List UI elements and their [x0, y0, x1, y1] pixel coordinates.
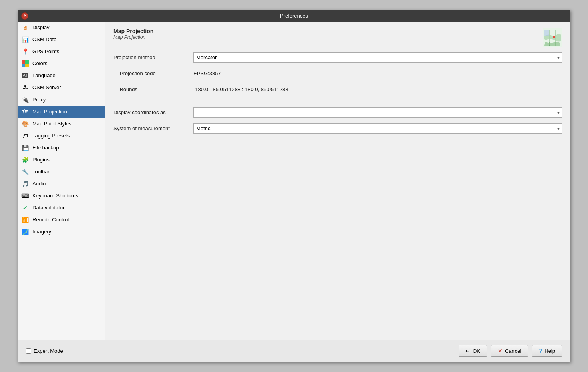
plugins-icon: 🧩 — [21, 156, 29, 164]
bottom-bar: Expert Mode ↵ OK ✕ Cancel ? Help — [18, 340, 570, 362]
main-panel: Map Projection Map Projection — [105, 22, 570, 340]
sidebar-item-map-projection[interactable]: 🗺 Map Projection — [18, 106, 105, 118]
close-button[interactable]: ✕ — [21, 12, 28, 20]
content-area: 🖥 Display 📊 OSM Data 📍 GPS Points — [18, 22, 570, 340]
bounds-label: Bounds — [113, 86, 193, 92]
sidebar-item-osm-server-label: OSM Server — [32, 84, 61, 90]
map-projection-icon: 🗺 — [21, 108, 29, 116]
separator — [113, 101, 562, 101]
file-backup-icon: 💾 — [21, 144, 29, 152]
sidebar-item-keyboard-shortcuts[interactable]: ⌨ Keyboard Shortcuts — [18, 190, 105, 202]
cancel-button[interactable]: ✕ Cancel — [491, 345, 528, 357]
system-label: System of measurement — [113, 125, 193, 131]
projection-code-label: Projection code — [113, 70, 193, 76]
tagging-icon: 🏷 — [21, 132, 29, 140]
sidebar-item-remote-label: Remote Control — [32, 217, 69, 223]
sidebar-item-map-projection-label: Map Projection — [32, 109, 67, 115]
sidebar-item-gps-label: GPS Points — [32, 48, 59, 54]
sidebar-item-remote-control[interactable]: 📶 Remote Control — [18, 214, 105, 226]
sidebar-item-keyboard-label: Keyboard Shortcuts — [32, 193, 78, 199]
system-select[interactable]: Metric Imperial — [193, 123, 562, 134]
expert-mode-row: Expert Mode — [26, 348, 63, 354]
map-thumbnail-icon — [543, 28, 562, 47]
gps-icon: 📍 — [21, 48, 29, 56]
bounds-row: Bounds -180.0, -85.0511288 : 180.0, 85.0… — [113, 84, 562, 95]
sidebar-item-file-backup[interactable]: 💾 File backup — [18, 142, 105, 154]
section-title-group: Map Projection Map Projection — [113, 28, 153, 40]
sidebar-item-proxy-label: Proxy — [32, 97, 46, 103]
osm-data-icon: 📊 — [21, 36, 29, 44]
main-content: Map Projection Map Projection — [105, 22, 570, 340]
remote-control-icon: 📶 — [21, 216, 29, 224]
ok-icon: ↵ — [465, 348, 470, 354]
colors-icon — [21, 60, 29, 68]
sidebar-item-imagery[interactable]: 🗾 Imagery — [18, 226, 105, 238]
preferences-window: ✕ Preferences 🖥 Display 📊 OSM Data 📍 GPS… — [18, 10, 570, 362]
sidebar-item-file-backup-label: File backup — [32, 145, 59, 151]
map-svg — [543, 28, 562, 47]
sidebar-item-map-paint-styles[interactable]: 🎨 Map Paint Styles — [18, 118, 105, 130]
sidebar-item-osm-data-label: OSM Data — [32, 36, 57, 42]
bottom-buttons: ↵ OK ✕ Cancel ? Help — [459, 345, 562, 357]
sidebar-item-gps-points[interactable]: 📍 GPS Points — [18, 46, 105, 58]
sidebar-item-imagery-label: Imagery — [32, 229, 51, 235]
sidebar-item-osm-data[interactable]: 📊 OSM Data — [18, 34, 105, 46]
section-subtitle: Map Projection — [113, 34, 153, 40]
projection-method-select[interactable]: Mercator Lambert Conformal Conic Geograp… — [193, 52, 562, 63]
sidebar-item-tagging-label: Tagging Presets — [32, 133, 70, 139]
section-title: Map Projection — [113, 28, 153, 34]
sidebar-item-colors-label: Colors — [32, 60, 48, 66]
expert-mode-checkbox[interactable] — [26, 348, 31, 354]
keyboard-icon: ⌨ — [21, 192, 29, 200]
language-icon: AT — [21, 72, 29, 80]
title-bar: ✕ Preferences — [18, 10, 570, 22]
sidebar-item-display[interactable]: 🖥 Display — [18, 22, 105, 34]
projection-code-value: EPSG:3857 — [193, 70, 562, 76]
bounds-value: -180.0, -85.0511288 : 180.0, 85.0511288 — [193, 86, 562, 92]
sidebar-item-audio-label: Audio — [32, 181, 46, 187]
sidebar-item-proxy[interactable]: 🔌 Proxy — [18, 94, 105, 106]
sidebar-item-audio[interactable]: 🎵 Audio — [18, 178, 105, 190]
osm-server-icon: 🖧 — [21, 84, 29, 92]
projection-method-row: Projection method Mercator Lambert Confo… — [113, 52, 562, 63]
projection-method-label: Projection method — [113, 54, 193, 60]
projection-method-select-wrapper: Mercator Lambert Conformal Conic Geograp… — [193, 52, 562, 63]
expert-mode-label[interactable]: Expert Mode — [34, 348, 63, 354]
sidebar-item-language[interactable]: AT Language — [18, 70, 105, 82]
sidebar-item-map-paint-label: Map Paint Styles — [32, 121, 72, 127]
sidebar-item-plugins[interactable]: 🧩 Plugins — [18, 154, 105, 166]
sidebar-item-plugins-label: Plugins — [32, 157, 50, 163]
sidebar-item-colors[interactable]: Colors — [18, 58, 105, 70]
display-coords-select[interactable]: Decimal Degrees Degrees Minutes Seconds … — [193, 107, 562, 118]
audio-icon: 🎵 — [21, 180, 29, 188]
sidebar-item-display-label: Display — [32, 24, 50, 30]
cancel-icon: ✕ — [498, 348, 503, 354]
toolbar-icon: 🔧 — [21, 168, 29, 176]
section-header: Map Projection Map Projection — [113, 28, 562, 47]
imagery-icon: 🗾 — [21, 228, 29, 236]
window-title: Preferences — [280, 13, 308, 19]
sidebar-item-data-validator-label: Data validator — [32, 205, 64, 211]
proxy-icon: 🔌 — [21, 96, 29, 104]
svg-point-2 — [553, 36, 555, 38]
sidebar-item-toolbar[interactable]: 🔧 Toolbar — [18, 166, 105, 178]
system-measurement-row: System of measurement Metric Imperial ▼ — [113, 123, 562, 134]
display-coords-label: Display coordinates as — [113, 109, 193, 115]
ok-button[interactable]: ↵ OK — [459, 345, 487, 357]
sidebar-item-osm-server[interactable]: 🖧 OSM Server — [18, 82, 105, 94]
map-paint-icon: 🎨 — [21, 120, 29, 128]
projection-code-row: Projection code EPSG:3857 — [113, 68, 562, 79]
sidebar-item-data-validator[interactable]: ✔ Data validator — [18, 202, 105, 214]
display-icon: 🖥 — [21, 24, 29, 32]
sidebar: 🖥 Display 📊 OSM Data 📍 GPS Points — [18, 22, 105, 340]
display-coords-row: Display coordinates as Decimal Degrees D… — [113, 107, 562, 118]
system-select-wrapper: Metric Imperial ▼ — [193, 123, 562, 134]
help-icon: ? — [539, 348, 542, 354]
help-button[interactable]: ? Help — [532, 345, 562, 357]
data-validator-icon: ✔ — [21, 204, 29, 212]
sidebar-item-toolbar-label: Toolbar — [32, 169, 50, 175]
sidebar-item-tagging-presets[interactable]: 🏷 Tagging Presets — [18, 130, 105, 142]
display-coords-select-wrapper: Decimal Degrees Degrees Minutes Seconds … — [193, 107, 562, 118]
sidebar-item-language-label: Language — [32, 72, 56, 78]
